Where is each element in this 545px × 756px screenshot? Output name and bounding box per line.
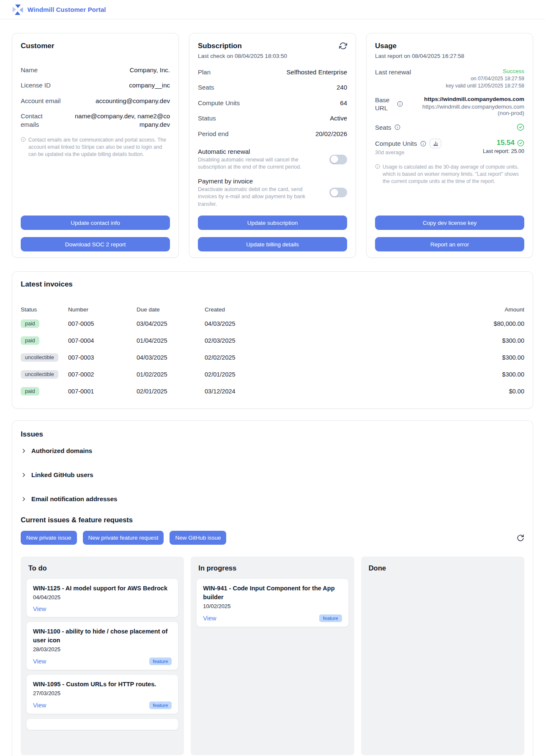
seats-row: Seats	[375, 120, 524, 135]
invoice-due-date: 03/04/2025	[137, 320, 205, 327]
customer-note: Contact emails are for communication and…	[21, 136, 170, 158]
refresh-icon[interactable]	[339, 42, 347, 50]
update-subscription-button[interactable]: Update subscription	[198, 216, 347, 230]
new-private-issue-button[interactable]: New private issue	[21, 531, 77, 545]
subscription-field-row: Seats 240	[198, 80, 347, 96]
section-linked-github-users[interactable]: Linked GitHub users	[21, 463, 524, 487]
status-badge: paid	[21, 387, 39, 396]
renewal-status: Success	[446, 68, 524, 74]
status-badge: paid	[21, 319, 39, 328]
field-label: Name	[21, 66, 38, 74]
usage-chart-button[interactable]	[430, 139, 441, 148]
invoice-created: 02/01/2025	[205, 371, 440, 378]
update-billing-details-button[interactable]: Update billing details	[198, 237, 347, 251]
field-value: 64	[340, 99, 347, 107]
field-value: accounting@company.dev	[96, 97, 170, 105]
automatic-renewal-toggle[interactable]	[329, 155, 347, 164]
view-link[interactable]: View	[203, 615, 216, 622]
invoice-row: paid 007-0001 02/01/2025 03/12/2024 $0.0…	[21, 383, 524, 400]
info-icon	[375, 164, 380, 169]
issue-card: WIN-1100 - ability to hide / chose place…	[27, 622, 178, 670]
compute-average-label: 30d average	[375, 150, 441, 156]
issue-actions-row: New private issue New private feature re…	[21, 531, 524, 545]
invoice-number: 007-0003	[68, 354, 137, 361]
customer-buttons: Update contact info Download SOC 2 repor…	[21, 208, 170, 251]
issue-card-date: 27/03/2025	[33, 690, 172, 696]
renewal-date: on 07/04/2025 18:27:59	[446, 76, 524, 82]
invoice-amount: $80,000.00	[440, 320, 524, 327]
subscription-field-row: Plan Selfhosted Enterprise	[198, 64, 347, 80]
info-icon[interactable]	[394, 124, 400, 130]
section-email-notification-addresses[interactable]: Email notification addresses	[21, 487, 524, 511]
customer-field-row: Account email accounting@company.dev	[21, 93, 170, 109]
invoices-title: Latest invoices	[21, 280, 524, 289]
view-link[interactable]: View	[33, 702, 46, 709]
field-label: License ID	[21, 81, 51, 90]
field-label: Compute Units	[198, 99, 240, 107]
view-link[interactable]: View	[33, 606, 46, 612]
chevron-right-icon	[21, 472, 27, 478]
bar-chart-icon	[433, 141, 438, 146]
field-value: Active	[330, 114, 347, 123]
usage-note: Usage is calculated as the 30-day averag…	[375, 164, 524, 186]
status-badge: uncollectible	[21, 353, 58, 362]
compute-units-row: Compute Units 30d average 15.54 Last rep…	[375, 135, 524, 159]
board-column-in-progress: In progress WIN-941 - Code Input Compone…	[191, 557, 354, 755]
field-label: Compute Units	[375, 139, 417, 148]
column-title: To do	[28, 564, 176, 572]
update-contact-info-button[interactable]: Update contact info	[21, 216, 170, 230]
info-icon	[21, 137, 26, 142]
new-github-issue-button[interactable]: New GitHub issue	[170, 531, 226, 545]
invoice-due-date: 01/04/2025	[137, 337, 205, 344]
renewal-key-valid: key valid until 12/05/2025 18:27:58	[446, 83, 524, 89]
usage-card-title: Usage	[375, 42, 524, 50]
column-header-number: Number	[68, 306, 137, 313]
base-url-prod: https://windmill.companydemos.com	[421, 96, 524, 102]
payment-by-invoice-toggle[interactable]	[329, 188, 347, 197]
copy-dev-license-key-button[interactable]: Copy dev license key	[375, 216, 524, 230]
field-value: 20/02/2026	[315, 130, 347, 138]
compute-last-report: Last report: 25.00	[483, 148, 524, 154]
field-label: Status	[198, 114, 216, 123]
subscription-field-row: Compute Units 64	[198, 95, 347, 111]
usage-buttons: Copy dev license key Report an error	[375, 208, 524, 251]
report-an-error-button[interactable]: Report an error	[375, 237, 524, 251]
customer-field-row: Contact emails name@company.dev, name2@c…	[21, 109, 170, 132]
new-private-feature-request-button[interactable]: New private feature request	[83, 531, 164, 545]
section-authorized-domains[interactable]: Authorized domains	[21, 439, 524, 463]
column-title: Done	[369, 564, 517, 572]
subscription-field-row: Period end 20/02/2026	[198, 126, 347, 142]
issue-card-title: WIN-1095 - Custom URLs for HTTP routes.	[33, 680, 172, 689]
status-badge: paid	[21, 336, 39, 345]
issue-card-partial	[27, 719, 178, 730]
column-title: In progress	[198, 564, 346, 572]
invoice-amount: $300.00	[440, 337, 524, 344]
usage-last-report: Last report on 08/04/2025 16:27:58	[375, 53, 524, 59]
customer-field-row: License ID company__inc	[21, 78, 170, 93]
field-label: Account email	[21, 97, 60, 105]
invoice-number: 007-0005	[68, 320, 137, 327]
invoice-created: 04/03/2025	[205, 320, 440, 327]
invoice-number: 007-0001	[68, 388, 137, 395]
issue-card: WIN-1125 - AI model support for AWS Bedr…	[27, 579, 178, 617]
page-title: Windmill Customer Portal	[27, 6, 106, 13]
field-label: Contact emails	[21, 112, 50, 128]
field-value: 240	[337, 83, 347, 92]
subscription-card-title: Subscription	[198, 42, 287, 50]
latest-invoices-card: Latest invoices Status Number Due date C…	[12, 271, 533, 409]
board-column-done: Done	[361, 557, 524, 755]
info-icon[interactable]	[397, 101, 403, 107]
info-icon[interactable]	[420, 141, 426, 147]
feature-tag: feature	[319, 614, 342, 622]
field-label: Last renewal	[375, 68, 411, 76]
chevron-right-icon	[21, 496, 27, 502]
field-label: Plan	[198, 68, 211, 76]
download-soc2-report-button[interactable]: Download SOC 2 report	[21, 237, 170, 251]
view-link[interactable]: View	[33, 658, 46, 665]
issue-card: WIN-1095 - Custom URLs for HTTP routes. …	[27, 675, 178, 714]
invoice-amount: $300.00	[440, 371, 524, 378]
automatic-renewal-row: Automatic renewal Disabling automatic re…	[198, 148, 347, 171]
usage-card: Usage Last report on 08/04/2025 16:27:58…	[366, 33, 533, 258]
invoice-due-date: 02/01/2025	[137, 388, 205, 395]
refresh-issues-icon[interactable]	[517, 534, 524, 542]
